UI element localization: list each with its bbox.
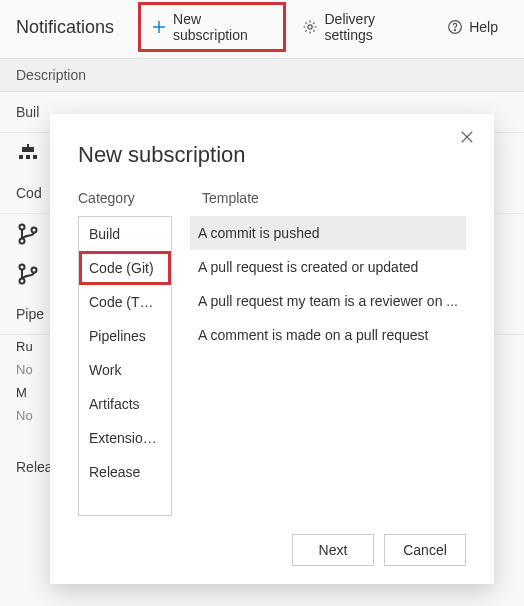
build-icon bbox=[16, 141, 40, 165]
template-item[interactable]: A pull request is created or updated bbox=[190, 250, 466, 284]
cancel-button[interactable]: Cancel bbox=[384, 534, 466, 566]
template-item[interactable]: A commit is pushed bbox=[190, 216, 466, 250]
help-icon bbox=[447, 19, 463, 35]
template-item[interactable]: A comment is made on a pull request bbox=[190, 318, 466, 352]
svg-point-5 bbox=[20, 225, 25, 230]
svg-point-10 bbox=[32, 268, 37, 273]
new-subscription-label: New subscription bbox=[173, 11, 273, 43]
new-subscription-button[interactable]: New subscription bbox=[138, 2, 286, 52]
category-item-code-tfvc[interactable]: Code (TFVC) bbox=[79, 285, 171, 319]
svg-point-9 bbox=[20, 279, 25, 284]
next-button[interactable]: Next bbox=[292, 534, 374, 566]
category-item-artifacts[interactable]: Artifacts bbox=[79, 387, 171, 421]
category-list: Build Code (Git) Code (TFVC) Pipelines W… bbox=[78, 216, 172, 516]
category-item-build[interactable]: Build bbox=[79, 217, 171, 251]
category-item-code-git[interactable]: Code (Git) bbox=[79, 251, 171, 285]
category-item-work[interactable]: Work bbox=[79, 353, 171, 387]
new-subscription-dialog: New subscription Category Template Build… bbox=[50, 114, 494, 584]
plus-icon bbox=[151, 19, 167, 35]
dialog-title: New subscription bbox=[78, 142, 466, 168]
close-button[interactable] bbox=[460, 130, 476, 146]
svg-point-8 bbox=[20, 265, 25, 270]
category-item-release[interactable]: Release bbox=[79, 455, 171, 489]
git-branch-icon bbox=[16, 222, 40, 246]
columns-header: Category Template bbox=[78, 190, 466, 206]
template-list: A commit is pushed A pull request is cre… bbox=[190, 216, 466, 516]
delivery-settings-label: Delivery settings bbox=[324, 11, 421, 43]
help-label: Help bbox=[469, 19, 498, 35]
category-column-label: Category bbox=[78, 190, 182, 206]
template-column-label: Template bbox=[202, 190, 259, 206]
list-column-header: Description bbox=[0, 58, 524, 92]
columns-body: Build Code (Git) Code (TFVC) Pipelines W… bbox=[78, 216, 466, 516]
help-button[interactable]: Help bbox=[437, 13, 508, 41]
svg-point-7 bbox=[32, 228, 37, 233]
svg-point-6 bbox=[20, 239, 25, 244]
category-item-extension[interactable]: Extension ... bbox=[79, 421, 171, 455]
gear-icon bbox=[302, 19, 318, 35]
delivery-settings-button[interactable]: Delivery settings bbox=[292, 5, 431, 49]
svg-point-2 bbox=[308, 25, 312, 29]
template-item[interactable]: A pull request my team is a reviewer on … bbox=[190, 284, 466, 318]
dialog-footer: Next Cancel bbox=[78, 516, 466, 566]
toolbar: Notifications New subscription Delivery … bbox=[0, 0, 524, 54]
git-branch-icon bbox=[16, 262, 40, 286]
page-title: Notifications bbox=[16, 17, 114, 38]
svg-point-4 bbox=[455, 30, 456, 31]
category-item-pipelines[interactable]: Pipelines bbox=[79, 319, 171, 353]
